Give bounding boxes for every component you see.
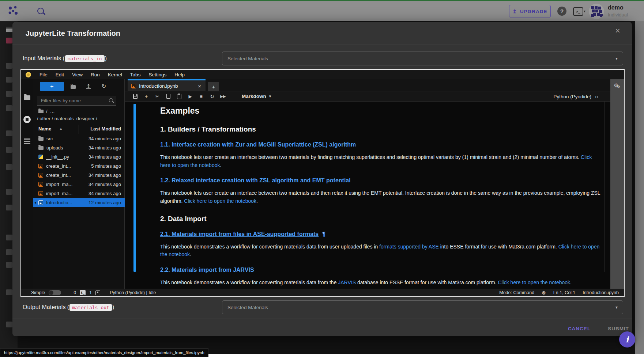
search-icon — [109, 98, 113, 102]
command-mode-indicator[interactable]: Mode: Command — [499, 290, 534, 295]
notebook-link[interactable]: formats supported by ASE — [379, 244, 439, 250]
gear-icon[interactable]: ⚙ — [614, 82, 618, 89]
notebook-heading: 2. Data Import — [160, 215, 603, 223]
insert-cell-icon[interactable]: + — [141, 92, 152, 101]
file-row-introductio-[interactable]: ●Introductio...12 minutes ago — [33, 198, 125, 207]
notebook-text: This notebook demonstrates a workflow fo… — [160, 244, 379, 250]
breadcrumb[interactable]: / … — [38, 109, 55, 114]
info-fab-button[interactable]: i — [619, 331, 635, 347]
upgrade-button: ↥ UPGRADE — [509, 5, 551, 18]
notebook-link[interactable]: JARVIS — [338, 280, 356, 285]
restart-kernel-icon[interactable]: ↻ — [207, 92, 218, 101]
restart-run-all-icon[interactable]: ▶▶ — [218, 92, 229, 101]
menu-kernel[interactable]: Kernel — [104, 70, 126, 79]
column-last-modified[interactable]: Last Modified — [90, 126, 121, 132]
column-name[interactable]: Name — [38, 126, 51, 132]
menu-tabs[interactable]: Tabs — [126, 70, 145, 79]
notebook-icon — [38, 200, 43, 205]
output-materials-dropdown[interactable]: Selected Materials ▾ — [222, 300, 623, 314]
simple-mode-toggle[interactable] — [49, 290, 61, 295]
breadcrumb-ellipsis[interactable]: … — [50, 109, 55, 114]
tab-title: Introduction.ipynb — [139, 83, 198, 89]
notebook-heading: Examples — [160, 106, 603, 116]
chevron-down-icon: ▾ — [615, 56, 618, 61]
filter-files-input[interactable] — [37, 96, 116, 106]
menu-file[interactable]: File — [35, 70, 52, 79]
stop-icon[interactable]: ■ — [196, 92, 207, 101]
kernel-name: Python (Pyodide) — [553, 94, 591, 99]
menu-icon — [6, 27, 12, 28]
notebook-text: . — [220, 162, 221, 168]
notebook-heading[interactable]: 1.2. Relaxed interface creation with ZSL… — [160, 177, 603, 184]
breadcrumb-path[interactable]: / other / materials_designer / — [37, 116, 97, 121]
cut-icon[interactable]: ✂ — [152, 92, 163, 101]
close-icon[interactable]: × — [615, 26, 620, 35]
input-dropdown-label: Selected Materials — [227, 56, 268, 61]
folder-icon — [38, 146, 44, 150]
file-name: create_int... — [46, 163, 91, 169]
upload-icon[interactable]: ↥ — [85, 83, 92, 90]
run-icon[interactable]: ▶ — [185, 92, 196, 101]
cell-type-select[interactable]: Markdown ▾ — [240, 93, 273, 99]
running-sessions-icon[interactable] — [23, 116, 31, 123]
sidebar-icon — [6, 164, 12, 170]
refresh-icon[interactable]: ↻ — [100, 83, 108, 90]
file-modified: 5 minutes ago — [91, 163, 121, 169]
simple-mode-label: Simple — [31, 290, 45, 295]
table-of-contents-icon[interactable] — [24, 138, 30, 140]
tab-introduction-ipynb[interactable]: Introduction.ipynb × — [128, 79, 206, 91]
input-materials-code: materials_in — [65, 55, 105, 62]
notebook-heading[interactable]: 2.2. Materials import from JARVIS — [160, 267, 603, 273]
cancel-button[interactable]: CANCEL — [561, 322, 598, 335]
tab-close-icon[interactable]: × — [198, 83, 201, 89]
notebook-heading[interactable]: 1.1. Interface creation with Zur and McG… — [160, 141, 603, 148]
menu-edit[interactable]: Edit — [52, 70, 68, 79]
kernel-chip-icon — [95, 290, 100, 295]
notebook-heading: 1. Builders / Transformations — [160, 125, 603, 133]
input-materials-dropdown[interactable]: Selected Materials ▾ — [222, 52, 623, 65]
file-browser-icon[interactable] — [24, 95, 30, 100]
help-icon: ? — [557, 7, 566, 16]
notebook-link[interactable]: Click here to open the notebook — [184, 198, 256, 204]
file-row-uploads[interactable]: uploads34 minutes ago — [33, 143, 125, 152]
jupyterlite-frame: FileEditViewRunKernelTabsSettingsHelp + … — [20, 69, 625, 297]
paste-icon[interactable] — [174, 92, 185, 101]
notebook-scroll-area[interactable]: Examples1. Builders / Transformations1.1… — [125, 102, 610, 289]
sidebar-icon — [6, 130, 12, 136]
anchor-pilcrow-icon[interactable]: ¶ — [322, 231, 325, 238]
python-icon — [38, 155, 43, 159]
console-icon: >_ — [573, 7, 583, 16]
file-row-create-int-[interactable]: create_int...5 minutes ago — [33, 162, 125, 171]
screen: ↥ UPGRADE ? >_ ▾ demo Individual Jupyter… — [0, 0, 644, 357]
kernel-status[interactable]: Python (Pyodide) | Idle — [110, 290, 156, 295]
menu-run[interactable]: Run — [87, 70, 104, 79]
file-row--init-py[interactable]: __init__.py34 minutes ago — [33, 152, 125, 162]
save-icon[interactable] — [130, 92, 141, 101]
home-folder-icon[interactable] — [38, 110, 44, 113]
menu-settings[interactable]: Settings — [144, 70, 170, 79]
new-tab-button[interactable]: + — [208, 82, 219, 91]
file-name: Introductio... — [46, 200, 88, 205]
file-row-create-int-[interactable]: create_int...34 minutes ago — [33, 171, 125, 180]
new-launcher-button[interactable]: + — [40, 82, 64, 91]
file-modified: 34 minutes ago — [88, 136, 121, 141]
file-row-src[interactable]: src34 minutes ago — [33, 134, 125, 143]
notebook-heading[interactable]: 2.1. Materials import from files in ASE-… — [160, 231, 603, 238]
file-row-import-ma-[interactable]: import_ma...34 minutes ago — [33, 180, 125, 189]
notebook-text: into ESSE format for use with Mat3ra.com… — [439, 244, 558, 250]
output-materials-label: Output Materials (materials_out) — [23, 300, 114, 314]
notebook-link[interactable]: Click here to open the notebook — [498, 280, 570, 285]
notebook-text: database into ESSE format for use with M… — [356, 280, 498, 285]
mat3ra-logo-icon — [7, 4, 20, 18]
cursor-position[interactable]: Ln 1, Col 1 — [553, 290, 575, 295]
new-folder-icon[interactable] — [69, 83, 77, 90]
menu-help[interactable]: Help — [170, 70, 189, 79]
kernel-indicator[interactable]: Python (Pyodide) ○ — [553, 91, 598, 102]
sidebar-icon — [6, 91, 12, 97]
file-row-import-ma-[interactable]: import_ma...34 minutes ago — [33, 189, 125, 198]
copy-icon[interactable] — [163, 92, 174, 101]
jupyter-menubar: FileEditViewRunKernelTabsSettingsHelp — [21, 70, 624, 80]
notebook-text: . — [570, 280, 572, 285]
file-list-header[interactable]: Name ▲ Last Modified — [33, 125, 125, 134]
menu-view[interactable]: View — [68, 70, 87, 79]
